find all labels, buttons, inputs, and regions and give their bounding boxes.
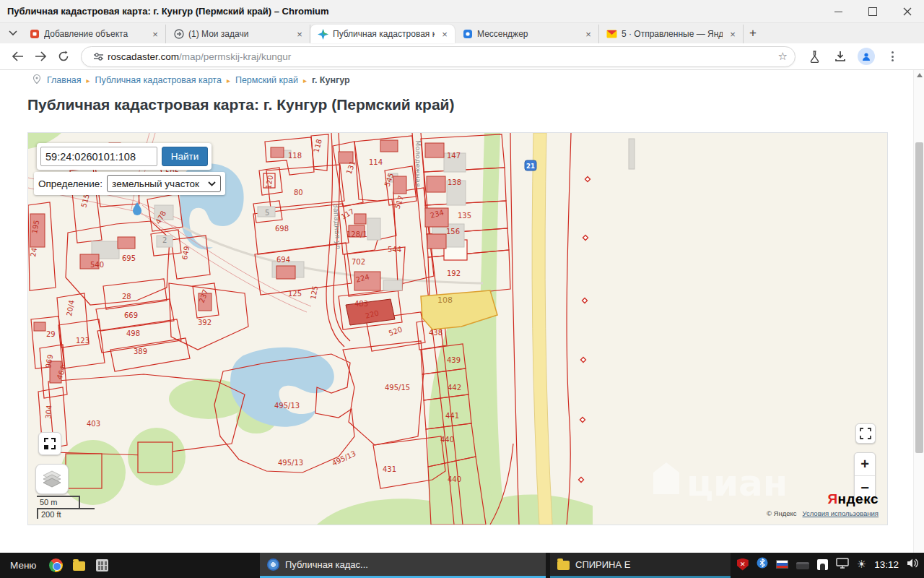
- tab-add-object[interactable]: Добавление объекта ×: [22, 25, 166, 43]
- parcel-label[interactable]: 29: [46, 330, 56, 338]
- parcel-label[interactable]: 498: [126, 329, 140, 337]
- parcel-label[interactable]: 403: [87, 420, 100, 428]
- display-network-icon[interactable]: [836, 558, 849, 571]
- parcel-label[interactable]: 442: [448, 384, 461, 392]
- parcel-label[interactable]: 669: [124, 311, 138, 319]
- user-session-icon[interactable]: [817, 559, 828, 570]
- parcel-label[interactable]: 544: [388, 246, 401, 254]
- parcel-label[interactable]: 389: [134, 348, 147, 355]
- cadastral-search-card: Найти: [37, 143, 212, 170]
- parcel-label[interactable]: 440: [448, 475, 461, 483]
- map-container: 21 циан МолодежнаяЗападная ул 5156665061…: [27, 132, 888, 525]
- tab-close-icon[interactable]: ×: [583, 28, 594, 40]
- arrow-circle-icon: [173, 29, 184, 40]
- parcel-label[interactable]: 114: [369, 158, 383, 166]
- fullscreen-button[interactable]: [855, 423, 876, 444]
- parcel-label[interactable]: 441: [445, 412, 459, 420]
- parcel-label[interactable]: 80: [294, 189, 303, 197]
- parcel-label[interactable]: 438: [429, 329, 443, 337]
- taskbar-task-folder[interactable]: СПИРИНА Е: [550, 553, 731, 578]
- bluetooth-icon[interactable]: [757, 557, 768, 571]
- files-launcher-icon[interactable]: [71, 558, 87, 574]
- cadastral-number-input[interactable]: [40, 147, 157, 166]
- back-icon[interactable]: [7, 46, 27, 66]
- task-label: Публичная кадас...: [285, 559, 368, 570]
- parcel-label[interactable]: 125: [288, 290, 302, 298]
- breadcrumb-home[interactable]: Главная: [47, 75, 82, 85]
- reload-icon[interactable]: [53, 46, 74, 66]
- scrollbar-up-arrow-icon[interactable]: [917, 73, 923, 77]
- parcel-label[interactable]: 439: [447, 356, 461, 364]
- download-icon[interactable]: [829, 46, 851, 67]
- parcel-label[interactable]: 495/13: [278, 459, 303, 467]
- parcel-label[interactable]: 28: [122, 293, 131, 301]
- printer-device-icon[interactable]: [796, 562, 809, 569]
- site-settings-icon[interactable]: [91, 46, 105, 67]
- calculator-launcher-icon[interactable]: [95, 558, 110, 574]
- profile-avatar[interactable]: [855, 46, 877, 67]
- maximize-button[interactable]: [868, 7, 878, 17]
- browser-menu-kebab-icon[interactable]: [881, 46, 903, 67]
- tab-close-icon[interactable]: ×: [727, 28, 738, 40]
- parcel-label[interactable]: 108: [437, 296, 453, 305]
- parcel-label[interactable]: 304: [44, 405, 53, 419]
- parcel-label[interactable]: 147: [447, 152, 461, 160]
- parcel-label[interactable]: 702: [352, 258, 365, 266]
- parcel-label[interactable]: 495/15: [385, 384, 410, 392]
- parcel-label[interactable]: 694: [276, 256, 290, 264]
- tab-search-chevron-icon[interactable]: [4, 25, 22, 42]
- parcel-label[interactable]: 123: [76, 337, 90, 345]
- scrollbar-thumb[interactable]: [915, 142, 923, 453]
- tab-close-icon[interactable]: ×: [294, 28, 305, 40]
- keyboard-layout-flag-ru[interactable]: [776, 560, 788, 569]
- antivirus-shield-icon[interactable]: ✕: [737, 558, 749, 571]
- parcel-label[interactable]: 135: [458, 212, 471, 220]
- tab-messenger[interactable]: Мессенджер ×: [455, 25, 599, 43]
- measure-tool-button[interactable]: [38, 432, 61, 455]
- parcel-label[interactable]: 24: [29, 247, 38, 257]
- close-button[interactable]: [902, 7, 912, 17]
- find-button[interactable]: Найти: [162, 147, 208, 166]
- parcel-label[interactable]: 440: [440, 436, 454, 444]
- layers-button[interactable]: [35, 464, 69, 494]
- taskbar-clock[interactable]: 13:12: [874, 559, 899, 570]
- minimize-button[interactable]: [833, 7, 843, 17]
- breadcrumb-region[interactable]: Пермский край: [235, 75, 298, 85]
- parcel-label[interactable]: 5: [265, 209, 269, 217]
- parcel-label[interactable]: 138: [448, 178, 461, 186]
- zoom-in-button[interactable]: +: [855, 453, 875, 476]
- tab-my-tasks[interactable]: (1) Мои задачи ×: [166, 25, 310, 43]
- breadcrumb-map[interactable]: Публичная кадастровая карта: [95, 75, 222, 85]
- tab-close-icon[interactable]: ×: [149, 28, 161, 40]
- tab-cadastral-map[interactable]: Публичная кадастровая кар ×: [310, 25, 455, 43]
- chrome-launcher-icon[interactable]: [48, 558, 64, 574]
- parcel-label[interactable]: 698: [275, 225, 289, 233]
- taskbar-task-cadastral[interactable]: Публичная кадас...: [260, 553, 546, 578]
- taskbar-menu-button[interactable]: Меню: [6, 560, 41, 571]
- parcel-label[interactable]: 192: [447, 269, 461, 277]
- tab-yandex-mail[interactable]: 5 · Отправленные — Яндекс ×: [599, 25, 744, 43]
- labs-flask-icon[interactable]: [803, 46, 825, 67]
- brightness-icon[interactable]: ☀: [857, 558, 866, 571]
- parcel-label[interactable]: 392: [198, 319, 212, 327]
- volume-icon[interactable]: [907, 558, 920, 571]
- parcel-label[interactable]: 431: [383, 465, 396, 473]
- tab-close-icon[interactable]: ×: [439, 28, 450, 40]
- parcel-label[interactable]: 118: [288, 152, 302, 160]
- parcel-label[interactable]: 2: [162, 236, 167, 244]
- page-scrollbar[interactable]: [913, 70, 924, 553]
- parcel-label[interactable]: 483: [354, 300, 368, 308]
- parcel-label[interactable]: 695: [122, 254, 136, 262]
- parcel-label[interactable]: 156: [446, 228, 460, 236]
- forward-icon[interactable]: [30, 46, 51, 66]
- new-tab-button[interactable]: +: [744, 24, 762, 43]
- parcel-label[interactable]: 540: [90, 261, 104, 269]
- terms-link[interactable]: Условия использования: [803, 509, 879, 517]
- parcel-label[interactable]: 128/1: [346, 230, 367, 238]
- yandex-logo[interactable]: Яндекс: [827, 491, 879, 507]
- parcel-label[interactable]: 495/13: [274, 402, 300, 410]
- bookmark-star-icon[interactable]: ☆: [778, 50, 788, 63]
- address-bar[interactable]: roscadaster.com/map/permskij-kraj/kungur…: [81, 46, 796, 67]
- definition-select[interactable]: земельный участок: [107, 175, 221, 192]
- tab-strip: Добавление объекта × (1) Мои задачи × Пу…: [0, 23, 924, 43]
